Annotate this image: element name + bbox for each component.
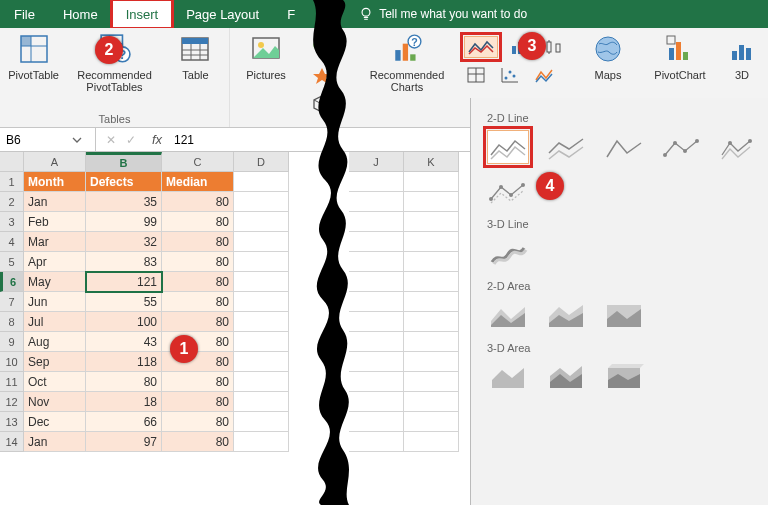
col-header-j[interactable]: J <box>349 152 404 172</box>
cell[interactable] <box>234 272 289 292</box>
cell[interactable] <box>349 312 404 332</box>
col-header-c[interactable]: C <box>162 152 234 172</box>
fx-icon[interactable]: fx <box>152 132 168 148</box>
cell[interactable]: 80 <box>162 252 234 272</box>
cell[interactable]: 99 <box>86 212 162 232</box>
active-cell[interactable]: 121 <box>86 272 162 292</box>
cell[interactable] <box>234 172 289 192</box>
cell[interactable] <box>404 252 459 272</box>
line-chart-markers[interactable] <box>661 130 703 164</box>
tab-file[interactable]: File <box>0 0 49 28</box>
insert-scatter-chart-button[interactable] <box>498 64 522 86</box>
cell[interactable]: 100 <box>86 312 162 332</box>
cell[interactable] <box>234 412 289 432</box>
formula-input[interactable] <box>174 133 274 147</box>
row-header[interactable]: 6 <box>0 272 24 292</box>
line-chart-100-markers[interactable] <box>487 174 529 208</box>
cell[interactable]: Dec <box>24 412 86 432</box>
cell[interactable] <box>234 232 289 252</box>
cell[interactable] <box>349 292 404 312</box>
cell[interactable]: 32 <box>86 232 162 252</box>
col-header-k[interactable]: K <box>404 152 459 172</box>
cell[interactable]: 80 <box>162 372 234 392</box>
row-header[interactable]: 8 <box>0 312 24 332</box>
cell[interactable] <box>349 232 404 252</box>
cell[interactable]: 83 <box>86 252 162 272</box>
icons-icon[interactable] <box>310 64 334 86</box>
col-header-d[interactable]: D <box>234 152 289 172</box>
line-chart-100-stacked[interactable] <box>603 130 645 164</box>
cell[interactable] <box>404 372 459 392</box>
pivotchart-button[interactable]: PivotChart <box>650 32 710 81</box>
line-chart-basic[interactable] <box>487 130 529 164</box>
cell[interactable]: Jun <box>24 292 86 312</box>
cell[interactable] <box>404 212 459 232</box>
cell[interactable] <box>349 272 404 292</box>
name-box[interactable] <box>0 128 96 151</box>
row-header[interactable]: 10 <box>0 352 24 372</box>
select-all-triangle[interactable] <box>0 152 24 172</box>
maps-button[interactable]: Maps <box>578 32 638 81</box>
line-3d[interactable] <box>487 236 529 270</box>
cell[interactable] <box>349 172 404 192</box>
cell[interactable] <box>404 392 459 412</box>
enter-formula-icon[interactable]: ✓ <box>126 133 136 147</box>
area-3d[interactable] <box>487 360 529 394</box>
area-2d-100[interactable] <box>603 298 645 332</box>
cell[interactable]: 66 <box>86 412 162 432</box>
row-header[interactable]: 14 <box>0 432 24 452</box>
cell[interactable] <box>404 432 459 452</box>
cell[interactable] <box>234 312 289 332</box>
row-header[interactable]: 13 <box>0 412 24 432</box>
column-header-median[interactable]: Median <box>162 172 234 192</box>
cell[interactable] <box>234 372 289 392</box>
table-button[interactable]: Table <box>168 32 223 81</box>
line-chart-stacked[interactable] <box>545 130 587 164</box>
cell[interactable] <box>404 312 459 332</box>
row-header[interactable]: 11 <box>0 372 24 392</box>
cancel-formula-icon[interactable]: ✕ <box>106 133 116 147</box>
pivottable-button[interactable]: PivotTable <box>6 32 61 81</box>
cell[interactable] <box>404 292 459 312</box>
cell[interactable]: Sep <box>24 352 86 372</box>
tab-page-layout[interactable]: Page Layout <box>172 0 273 28</box>
col-header-a[interactable]: A <box>24 152 86 172</box>
name-box-input[interactable] <box>6 133 66 147</box>
col-header-b[interactable]: B <box>86 152 162 172</box>
cell[interactable]: 80 <box>162 272 234 292</box>
cell[interactable] <box>404 332 459 352</box>
cell[interactable]: 43 <box>86 332 162 352</box>
cell[interactable]: Oct <box>24 372 86 392</box>
insert-hierarchy-chart-button[interactable] <box>464 64 488 86</box>
cell[interactable] <box>349 372 404 392</box>
column-header-month[interactable]: Month <box>24 172 86 192</box>
cell[interactable] <box>349 412 404 432</box>
cell[interactable] <box>234 352 289 372</box>
cell[interactable] <box>349 432 404 452</box>
cell[interactable] <box>404 272 459 292</box>
area-3d-100[interactable] <box>603 360 645 394</box>
cell[interactable]: 18 <box>86 392 162 412</box>
tab-truncated[interactable]: F <box>273 0 309 28</box>
tell-me-search[interactable]: Tell me what you want to do <box>359 0 527 28</box>
cell[interactable] <box>349 352 404 372</box>
cell[interactable]: Apr <box>24 252 86 272</box>
cell[interactable]: 80 <box>162 292 234 312</box>
recommended-charts-button[interactable]: ? Recommended Charts <box>362 32 452 93</box>
cell[interactable]: Jan <box>24 192 86 212</box>
area-2d-stacked[interactable] <box>545 298 587 332</box>
area-3d-stacked[interactable] <box>545 360 587 394</box>
cell[interactable]: 80 <box>86 372 162 392</box>
cell[interactable]: 97 <box>86 432 162 452</box>
cell[interactable]: 80 <box>162 212 234 232</box>
cell[interactable] <box>404 412 459 432</box>
cell[interactable]: Aug <box>24 332 86 352</box>
cell[interactable] <box>234 252 289 272</box>
row-header[interactable]: 3 <box>0 212 24 232</box>
tab-insert[interactable]: Insert <box>112 0 173 28</box>
cell[interactable]: May <box>24 272 86 292</box>
cell[interactable]: 118 <box>86 352 162 372</box>
cell[interactable] <box>404 232 459 252</box>
cell[interactable] <box>234 292 289 312</box>
cell[interactable] <box>349 212 404 232</box>
